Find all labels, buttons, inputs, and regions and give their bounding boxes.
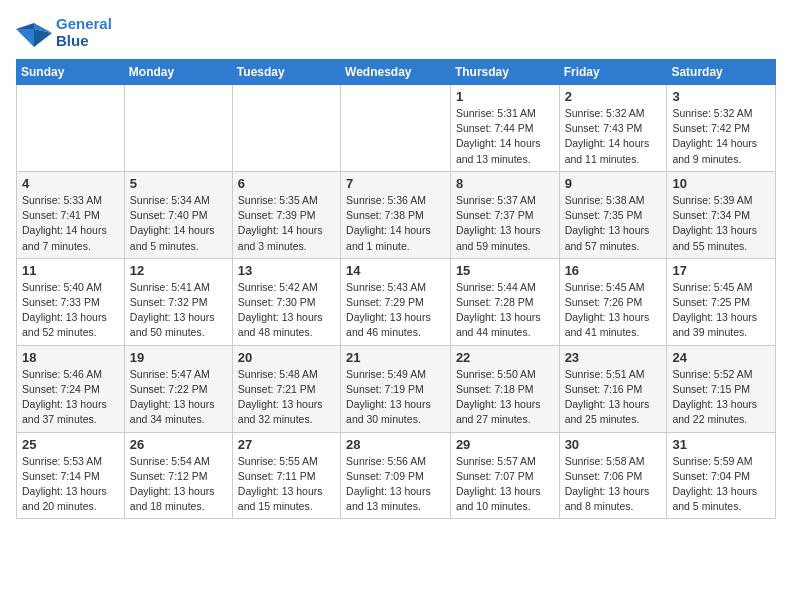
calendar-cell: 22Sunrise: 5:50 AMSunset: 7:18 PMDayligh…: [450, 345, 559, 432]
day-number: 22: [456, 350, 554, 365]
day-number: 13: [238, 263, 335, 278]
day-number: 30: [565, 437, 662, 452]
day-info: Sunrise: 5:33 AMSunset: 7:41 PMDaylight:…: [22, 193, 119, 254]
weekday-header-friday: Friday: [559, 60, 667, 85]
calendar-cell: 4Sunrise: 5:33 AMSunset: 7:41 PMDaylight…: [17, 171, 125, 258]
day-info: Sunrise: 5:38 AMSunset: 7:35 PMDaylight:…: [565, 193, 662, 254]
day-number: 11: [22, 263, 119, 278]
day-info: Sunrise: 5:50 AMSunset: 7:18 PMDaylight:…: [456, 367, 554, 428]
calendar-cell: [232, 85, 340, 172]
day-info: Sunrise: 5:46 AMSunset: 7:24 PMDaylight:…: [22, 367, 119, 428]
day-number: 8: [456, 176, 554, 191]
calendar-cell: 9Sunrise: 5:38 AMSunset: 7:35 PMDaylight…: [559, 171, 667, 258]
day-number: 16: [565, 263, 662, 278]
day-number: 25: [22, 437, 119, 452]
calendar-week-row: 25Sunrise: 5:53 AMSunset: 7:14 PMDayligh…: [17, 432, 776, 519]
day-number: 3: [672, 89, 770, 104]
calendar-cell: 14Sunrise: 5:43 AMSunset: 7:29 PMDayligh…: [341, 258, 451, 345]
calendar-page: General Blue SundayMondayTuesdayWednesda…: [0, 0, 792, 529]
day-info: Sunrise: 5:45 AMSunset: 7:26 PMDaylight:…: [565, 280, 662, 341]
calendar-cell: 24Sunrise: 5:52 AMSunset: 7:15 PMDayligh…: [667, 345, 776, 432]
day-number: 23: [565, 350, 662, 365]
day-number: 12: [130, 263, 227, 278]
day-info: Sunrise: 5:37 AMSunset: 7:37 PMDaylight:…: [456, 193, 554, 254]
calendar-cell: 25Sunrise: 5:53 AMSunset: 7:14 PMDayligh…: [17, 432, 125, 519]
calendar-week-row: 4Sunrise: 5:33 AMSunset: 7:41 PMDaylight…: [17, 171, 776, 258]
weekday-header-row: SundayMondayTuesdayWednesdayThursdayFrid…: [17, 60, 776, 85]
day-info: Sunrise: 5:41 AMSunset: 7:32 PMDaylight:…: [130, 280, 227, 341]
calendar-week-row: 11Sunrise: 5:40 AMSunset: 7:33 PMDayligh…: [17, 258, 776, 345]
logo-bird-icon: [16, 19, 52, 47]
weekday-header-monday: Monday: [124, 60, 232, 85]
day-number: 5: [130, 176, 227, 191]
calendar-cell: 27Sunrise: 5:55 AMSunset: 7:11 PMDayligh…: [232, 432, 340, 519]
day-info: Sunrise: 5:52 AMSunset: 7:15 PMDaylight:…: [672, 367, 770, 428]
day-number: 20: [238, 350, 335, 365]
day-number: 6: [238, 176, 335, 191]
day-number: 1: [456, 89, 554, 104]
logo-text: General Blue: [56, 16, 112, 49]
day-info: Sunrise: 5:32 AMSunset: 7:42 PMDaylight:…: [672, 106, 770, 167]
day-info: Sunrise: 5:55 AMSunset: 7:11 PMDaylight:…: [238, 454, 335, 515]
calendar-cell: 12Sunrise: 5:41 AMSunset: 7:32 PMDayligh…: [124, 258, 232, 345]
calendar-cell: 23Sunrise: 5:51 AMSunset: 7:16 PMDayligh…: [559, 345, 667, 432]
day-number: 4: [22, 176, 119, 191]
calendar-cell: 7Sunrise: 5:36 AMSunset: 7:38 PMDaylight…: [341, 171, 451, 258]
calendar-cell: 1Sunrise: 5:31 AMSunset: 7:44 PMDaylight…: [450, 85, 559, 172]
day-info: Sunrise: 5:44 AMSunset: 7:28 PMDaylight:…: [456, 280, 554, 341]
day-info: Sunrise: 5:42 AMSunset: 7:30 PMDaylight:…: [238, 280, 335, 341]
day-info: Sunrise: 5:31 AMSunset: 7:44 PMDaylight:…: [456, 106, 554, 167]
day-number: 17: [672, 263, 770, 278]
day-info: Sunrise: 5:59 AMSunset: 7:04 PMDaylight:…: [672, 454, 770, 515]
calendar-week-row: 1Sunrise: 5:31 AMSunset: 7:44 PMDaylight…: [17, 85, 776, 172]
day-info: Sunrise: 5:32 AMSunset: 7:43 PMDaylight:…: [565, 106, 662, 167]
calendar-cell: 13Sunrise: 5:42 AMSunset: 7:30 PMDayligh…: [232, 258, 340, 345]
day-info: Sunrise: 5:54 AMSunset: 7:12 PMDaylight:…: [130, 454, 227, 515]
day-number: 10: [672, 176, 770, 191]
day-number: 14: [346, 263, 445, 278]
day-info: Sunrise: 5:47 AMSunset: 7:22 PMDaylight:…: [130, 367, 227, 428]
svg-marker-1: [16, 23, 34, 29]
day-info: Sunrise: 5:40 AMSunset: 7:33 PMDaylight:…: [22, 280, 119, 341]
calendar-cell: 19Sunrise: 5:47 AMSunset: 7:22 PMDayligh…: [124, 345, 232, 432]
calendar-cell: 31Sunrise: 5:59 AMSunset: 7:04 PMDayligh…: [667, 432, 776, 519]
weekday-header-sunday: Sunday: [17, 60, 125, 85]
logo: General Blue: [16, 16, 112, 49]
day-info: Sunrise: 5:49 AMSunset: 7:19 PMDaylight:…: [346, 367, 445, 428]
calendar-cell: 6Sunrise: 5:35 AMSunset: 7:39 PMDaylight…: [232, 171, 340, 258]
calendar-cell: 3Sunrise: 5:32 AMSunset: 7:42 PMDaylight…: [667, 85, 776, 172]
calendar-cell: 10Sunrise: 5:39 AMSunset: 7:34 PMDayligh…: [667, 171, 776, 258]
day-number: 9: [565, 176, 662, 191]
calendar-cell: 29Sunrise: 5:57 AMSunset: 7:07 PMDayligh…: [450, 432, 559, 519]
weekday-header-saturday: Saturday: [667, 60, 776, 85]
weekday-header-wednesday: Wednesday: [341, 60, 451, 85]
day-number: 21: [346, 350, 445, 365]
calendar-cell: [17, 85, 125, 172]
day-info: Sunrise: 5:36 AMSunset: 7:38 PMDaylight:…: [346, 193, 445, 254]
calendar-cell: 28Sunrise: 5:56 AMSunset: 7:09 PMDayligh…: [341, 432, 451, 519]
day-info: Sunrise: 5:39 AMSunset: 7:34 PMDaylight:…: [672, 193, 770, 254]
day-info: Sunrise: 5:53 AMSunset: 7:14 PMDaylight:…: [22, 454, 119, 515]
day-number: 2: [565, 89, 662, 104]
day-info: Sunrise: 5:51 AMSunset: 7:16 PMDaylight:…: [565, 367, 662, 428]
day-info: Sunrise: 5:56 AMSunset: 7:09 PMDaylight:…: [346, 454, 445, 515]
calendar-cell: 26Sunrise: 5:54 AMSunset: 7:12 PMDayligh…: [124, 432, 232, 519]
day-info: Sunrise: 5:57 AMSunset: 7:07 PMDaylight:…: [456, 454, 554, 515]
calendar-cell: [124, 85, 232, 172]
header: General Blue: [16, 16, 776, 49]
day-number: 15: [456, 263, 554, 278]
weekday-header-tuesday: Tuesday: [232, 60, 340, 85]
calendar-cell: 15Sunrise: 5:44 AMSunset: 7:28 PMDayligh…: [450, 258, 559, 345]
day-number: 29: [456, 437, 554, 452]
calendar-cell: 11Sunrise: 5:40 AMSunset: 7:33 PMDayligh…: [17, 258, 125, 345]
day-number: 7: [346, 176, 445, 191]
day-number: 24: [672, 350, 770, 365]
day-info: Sunrise: 5:35 AMSunset: 7:39 PMDaylight:…: [238, 193, 335, 254]
calendar-cell: 2Sunrise: 5:32 AMSunset: 7:43 PMDaylight…: [559, 85, 667, 172]
calendar-cell: [341, 85, 451, 172]
day-info: Sunrise: 5:43 AMSunset: 7:29 PMDaylight:…: [346, 280, 445, 341]
day-info: Sunrise: 5:34 AMSunset: 7:40 PMDaylight:…: [130, 193, 227, 254]
calendar-cell: 20Sunrise: 5:48 AMSunset: 7:21 PMDayligh…: [232, 345, 340, 432]
calendar-cell: 8Sunrise: 5:37 AMSunset: 7:37 PMDaylight…: [450, 171, 559, 258]
day-number: 28: [346, 437, 445, 452]
